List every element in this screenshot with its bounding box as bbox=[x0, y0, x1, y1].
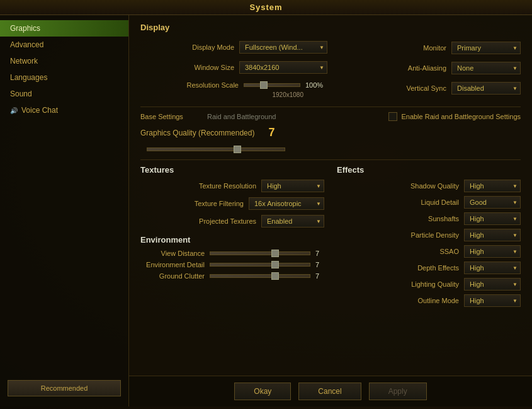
outline-mode-dropdown[interactable]: High bbox=[464, 294, 521, 307]
vertical-sync-select[interactable]: Disabled bbox=[451, 82, 521, 95]
voice-chat-icon: 🔊 bbox=[10, 107, 18, 114]
ssao-dropdown[interactable]: High bbox=[464, 245, 521, 258]
ground-clutter-value: 7 bbox=[315, 272, 324, 280]
display-mode-label: Display Mode bbox=[171, 43, 234, 51]
textures-section: Textures Texture Resolution High Texture… bbox=[140, 165, 324, 311]
texture-filtering-label: Texture Filtering bbox=[181, 200, 244, 207]
resolution-scale-value: 100% bbox=[305, 81, 327, 89]
monitor-dropdown[interactable]: Primary bbox=[451, 42, 521, 54]
display-mode-dropdown[interactable]: Fullscreen (Wind... bbox=[239, 41, 327, 54]
lighting-quality-dropdown[interactable]: High bbox=[464, 278, 521, 291]
ground-clutter-slider[interactable] bbox=[210, 274, 310, 278]
resolution-sub: 1920x1080 bbox=[273, 91, 304, 98]
env-detail-label: Environment Detail bbox=[142, 261, 205, 268]
texture-resolution-dropdown[interactable]: High bbox=[261, 180, 324, 192]
resolution-scale-label: Resolution Scale bbox=[176, 81, 239, 89]
vertical-sync-dropdown[interactable]: Disabled bbox=[451, 82, 521, 95]
graphics-quality-slider[interactable] bbox=[147, 147, 285, 151]
ssao-select[interactable]: High bbox=[464, 245, 521, 258]
sidebar: Graphics Advanced Network Languages Soun… bbox=[0, 15, 129, 406]
monitor-label: Monitor bbox=[383, 44, 446, 52]
view-distance-label: View Distance bbox=[142, 250, 205, 257]
graphics-quality-value: 7 bbox=[262, 126, 281, 139]
anti-aliasing-select[interactable]: None bbox=[451, 62, 521, 74]
sidebar-item-languages[interactable]: Languages bbox=[0, 69, 128, 86]
depth-effects-dropdown[interactable]: High bbox=[464, 262, 521, 274]
depth-effects-label: Depth Effects bbox=[396, 264, 459, 272]
texture-resolution-label: Texture Resolution bbox=[193, 182, 256, 190]
sidebar-item-languages-label: Languages bbox=[10, 73, 47, 82]
lighting-quality-label: Lighting Quality bbox=[396, 280, 459, 288]
texture-filtering-dropdown[interactable]: 16x Anisotropic bbox=[249, 197, 324, 210]
effects-section: Effects Shadow Quality High Liquid Detai… bbox=[337, 165, 521, 311]
enable-raid-checkbox-label[interactable]: Enable Raid and Battleground Settings bbox=[388, 112, 521, 121]
effects-title: Effects bbox=[337, 165, 521, 175]
raid-text: Raid and Battleground bbox=[207, 113, 276, 120]
display-mode-select[interactable]: Fullscreen (Wind... bbox=[239, 41, 327, 54]
sidebar-item-voice-chat[interactable]: 🔊 Voice Chat bbox=[0, 102, 128, 118]
anti-aliasing-label: Anti-Aliasing bbox=[383, 64, 446, 72]
window-title: System bbox=[249, 3, 282, 12]
display-title: Display bbox=[140, 23, 521, 35]
window-size-dropdown[interactable]: 3840x2160 bbox=[239, 61, 327, 74]
recommended-button[interactable]: Recommended bbox=[8, 380, 121, 396]
projected-textures-dropdown[interactable]: Enabled bbox=[261, 215, 324, 228]
vertical-sync-label: Vertical Sync bbox=[383, 84, 446, 92]
shadow-quality-select[interactable]: High bbox=[464, 180, 521, 192]
display-section: Display Display Mode Fullscreen (Wind... bbox=[140, 23, 521, 99]
cancel-button[interactable]: Cancel bbox=[298, 383, 361, 400]
liquid-detail-select[interactable]: Good bbox=[464, 196, 521, 209]
sidebar-item-sound[interactable]: Sound bbox=[0, 86, 128, 102]
environment-title: Environment bbox=[140, 235, 324, 245]
main-content: Display Display Mode Fullscreen (Wind... bbox=[129, 15, 532, 406]
depth-effects-select[interactable]: High bbox=[464, 262, 521, 274]
base-settings-label: Base Settings bbox=[140, 113, 197, 120]
outline-mode-select[interactable]: High bbox=[464, 294, 521, 307]
shadow-quality-label: Shadow Quality bbox=[396, 182, 459, 190]
resolution-scale-slider[interactable] bbox=[244, 83, 300, 87]
projected-textures-label: Projected Textures bbox=[193, 217, 256, 225]
sunshafts-select[interactable]: High bbox=[464, 212, 521, 225]
sidebar-item-network-label: Network bbox=[10, 57, 38, 66]
ground-clutter-label: Ground Clutter bbox=[142, 272, 205, 280]
window-size-label: Window Size bbox=[171, 64, 234, 71]
anti-aliasing-dropdown[interactable]: None bbox=[451, 62, 521, 74]
lighting-quality-select[interactable]: High bbox=[464, 278, 521, 291]
sidebar-item-network[interactable]: Network bbox=[0, 53, 128, 69]
sidebar-item-graphics-label: Graphics bbox=[10, 24, 40, 33]
particle-density-select[interactable]: High bbox=[464, 229, 521, 241]
sidebar-item-advanced[interactable]: Advanced bbox=[0, 37, 128, 53]
graphics-quality-label: Graphics Quality (Recommended) bbox=[140, 129, 254, 137]
texture-resolution-select[interactable]: High bbox=[261, 180, 324, 192]
particle-density-dropdown[interactable]: High bbox=[464, 229, 521, 241]
projected-textures-select[interactable]: Enabled bbox=[261, 215, 324, 228]
sidebar-item-voice-chat-label: Voice Chat bbox=[21, 106, 58, 115]
env-detail-slider[interactable] bbox=[210, 263, 310, 267]
env-detail-value: 7 bbox=[315, 261, 324, 268]
sidebar-item-advanced-label: Advanced bbox=[10, 40, 43, 49]
texture-filtering-select[interactable]: 16x Anisotropic bbox=[249, 197, 324, 210]
particle-density-label: Particle Density bbox=[396, 231, 459, 239]
enable-raid-checkbox[interactable] bbox=[388, 112, 397, 121]
textures-title: Textures bbox=[140, 165, 324, 175]
window-size-select[interactable]: 3840x2160 bbox=[239, 61, 327, 74]
sidebar-item-graphics[interactable]: Graphics bbox=[0, 20, 128, 37]
sunshafts-label: Sunshafts bbox=[396, 215, 459, 222]
sidebar-item-sound-label: Sound bbox=[10, 89, 32, 98]
base-settings-row: Base Settings Raid and Battleground Enab… bbox=[140, 112, 521, 121]
monitor-select[interactable]: Primary bbox=[451, 42, 521, 54]
okay-button[interactable]: Okay bbox=[234, 383, 291, 400]
shadow-quality-dropdown[interactable]: High bbox=[464, 180, 521, 192]
view-distance-value: 7 bbox=[315, 250, 324, 257]
enable-raid-label: Enable Raid and Battleground Settings bbox=[401, 113, 521, 120]
outline-mode-label: Outline Mode bbox=[396, 297, 459, 304]
liquid-detail-label: Liquid Detail bbox=[396, 199, 459, 206]
liquid-detail-dropdown[interactable]: Good bbox=[464, 196, 521, 209]
apply-button[interactable]: Apply bbox=[369, 383, 427, 400]
bottom-bar: Okay Cancel Apply bbox=[129, 376, 532, 406]
view-distance-slider[interactable] bbox=[210, 251, 310, 255]
graphics-quality-row: Graphics Quality (Recommended) 7 bbox=[140, 126, 521, 139]
ssao-label: SSAO bbox=[396, 248, 459, 255]
sunshafts-dropdown[interactable]: High bbox=[464, 212, 521, 225]
top-bar: System bbox=[0, 0, 532, 15]
